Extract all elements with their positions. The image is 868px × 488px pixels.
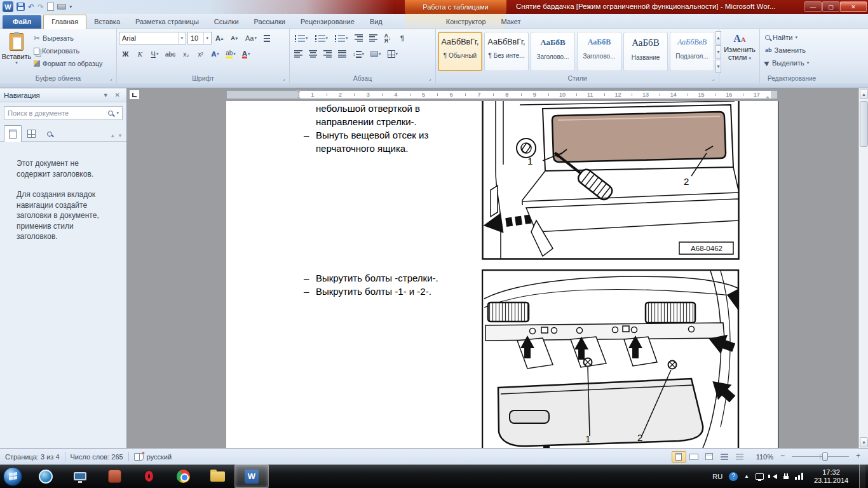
tab-file[interactable]: Файл xyxy=(3,15,41,29)
style-card[interactable]: АаБбВвГг, ¶ Без инте... xyxy=(484,32,529,71)
taskbar-explorer-button[interactable] xyxy=(200,464,234,488)
ribbon-tab[interactable]: Ссылки xyxy=(207,15,247,29)
proofing-icon[interactable] xyxy=(134,453,144,461)
style-card[interactable]: АаБбВ Заголово... xyxy=(577,32,621,71)
show-paragraph-marks-button[interactable]: ¶ xyxy=(396,32,409,45)
network-signal-icon[interactable] xyxy=(795,473,803,480)
line-spacing-button[interactable]: ↕▾ xyxy=(350,48,367,61)
highlight-color-button[interactable]: ab▾ xyxy=(223,48,238,61)
outline-view-button[interactable] xyxy=(717,451,732,463)
increase-indent-button[interactable] xyxy=(367,32,380,45)
scroll-up-button[interactable]: ▲ xyxy=(860,89,868,99)
text-effects-button[interactable]: А▾ xyxy=(208,48,222,61)
show-desktop-button[interactable] xyxy=(859,464,865,488)
navigation-close-button[interactable]: ✕ xyxy=(112,92,123,98)
language-indicator[interactable]: русский xyxy=(147,453,172,461)
zoom-slider[interactable] xyxy=(792,452,849,461)
redo-button[interactable]: ↷ xyxy=(37,1,44,12)
borders-button[interactable]: ▾ xyxy=(385,48,401,61)
style-card[interactable]: АаБбВвВ Подзагол... xyxy=(670,32,714,71)
taskbar-clock[interactable]: 17:32 23.11.2014 xyxy=(810,468,853,485)
language-bar[interactable]: RU xyxy=(712,473,722,480)
word-count[interactable]: Число слов: 265 xyxy=(71,453,123,461)
navigation-options-dropdown[interactable]: ▼ xyxy=(100,92,111,98)
word-app-icon[interactable]: W xyxy=(3,1,13,12)
font-size-combo[interactable]: 10▾ xyxy=(187,32,212,44)
dialog-launcher-icon[interactable]: ⌟ xyxy=(710,75,717,82)
print-layout-view-button[interactable] xyxy=(672,451,686,463)
undo-button[interactable]: ↶ xyxy=(28,1,34,12)
minimize-button[interactable]: — xyxy=(804,1,822,12)
dialog-launcher-icon[interactable]: ⌟ xyxy=(426,75,433,82)
first-line-indent-marker[interactable] xyxy=(296,90,301,93)
right-indent-marker[interactable] xyxy=(765,96,770,99)
nav-tab-headings[interactable] xyxy=(4,125,22,142)
page-indicator[interactable]: Страница: 3 из 4 xyxy=(5,453,60,461)
scrollbar-thumb[interactable] xyxy=(860,101,868,147)
usb-device-icon[interactable] xyxy=(783,473,789,480)
ribbon-tab[interactable]: Главная xyxy=(43,15,86,29)
zoom-slider-thumb[interactable] xyxy=(822,452,828,461)
ribbon-tab-contextual[interactable]: Конструктор xyxy=(438,15,494,29)
align-center-button[interactable] xyxy=(306,48,320,61)
search-input[interactable] xyxy=(8,109,108,117)
clear-formatting-button[interactable] xyxy=(261,32,274,45)
sort-button[interactable]: АЯ↓ xyxy=(381,32,395,45)
show-hidden-icons-button[interactable]: ▲ xyxy=(744,473,749,479)
scroll-down-button[interactable]: ▼ xyxy=(860,437,868,447)
subscript-button[interactable]: х₂ xyxy=(179,48,193,61)
align-left-button[interactable] xyxy=(292,48,305,61)
volume-icon[interactable] xyxy=(770,474,777,479)
taskbar-hp-button[interactable] xyxy=(29,464,63,488)
ribbon-tab[interactable]: Вид xyxy=(362,15,390,29)
hanging-indent-marker[interactable] xyxy=(296,96,301,99)
dialog-launcher-icon[interactable]: ⌟ xyxy=(280,75,287,82)
find-button[interactable]: Найти▾ xyxy=(762,31,822,44)
nav-tab-pages[interactable] xyxy=(22,126,40,141)
bullet-list-button[interactable]: ▾ xyxy=(292,32,311,45)
vertical-scrollbar[interactable]: ▲ ▼ xyxy=(858,88,868,448)
search-icon[interactable] xyxy=(108,111,113,116)
paste-button[interactable]: Вставить ▾ xyxy=(2,31,31,72)
maximize-button[interactable]: ▢ xyxy=(822,1,839,12)
tab-stop-selector[interactable] xyxy=(129,90,140,100)
zoom-out-button[interactable]: − xyxy=(778,452,787,461)
select-button[interactable]: Выделить▾ xyxy=(762,57,822,69)
justify-button[interactable] xyxy=(336,48,349,61)
web-layout-view-button[interactable] xyxy=(702,451,717,463)
save-button[interactable] xyxy=(17,1,25,12)
dialog-launcher-icon[interactable]: ⌟ xyxy=(107,75,114,82)
zoom-in-button[interactable]: + xyxy=(853,452,863,461)
numbered-list-button[interactable]: ▾ xyxy=(312,32,331,45)
change-styles-button[interactable]: АА Изменить стили ▾ xyxy=(721,31,758,72)
italic-button[interactable]: К xyxy=(133,48,147,61)
font-color-button[interactable]: А▾ xyxy=(240,48,253,61)
taskbar-display-app-button[interactable] xyxy=(63,464,97,488)
style-card[interactable]: АаБбВ Название xyxy=(623,32,668,71)
zoom-level[interactable]: 110% xyxy=(756,453,773,461)
strikethrough-button[interactable]: abc xyxy=(163,48,178,61)
grow-font-button[interactable]: А▲ xyxy=(213,32,227,45)
action-center-icon[interactable]: ? xyxy=(729,472,738,481)
font-family-combo[interactable]: Arial▾ xyxy=(119,32,186,44)
previous-heading-button[interactable]: ▲ xyxy=(110,133,115,139)
open-recent-button[interactable] xyxy=(47,1,54,12)
shrink-font-button[interactable]: А▼ xyxy=(228,32,241,45)
ribbon-tab[interactable]: Вставка xyxy=(86,15,128,29)
superscript-button[interactable]: х² xyxy=(194,48,207,61)
quick-print-button[interactable] xyxy=(57,1,66,12)
document-page[interactable]: небольшой отверткой в направлении стрелк… xyxy=(226,101,778,448)
search-options-dropdown[interactable]: ▾ xyxy=(116,111,119,116)
start-button[interactable] xyxy=(3,467,22,486)
align-right-button[interactable] xyxy=(321,48,334,61)
style-card[interactable]: АаБбВвГг, ¶ Обычный xyxy=(438,32,482,71)
multilevel-list-button[interactable]: ▾ xyxy=(332,32,351,45)
decrease-indent-button[interactable] xyxy=(352,32,365,45)
next-heading-button[interactable]: ▼ xyxy=(118,133,123,139)
qat-customize-dropdown[interactable]: ▾ xyxy=(69,4,72,10)
change-case-button[interactable]: Аа▾ xyxy=(243,32,259,45)
ribbon-tab[interactable]: Рассылки xyxy=(247,15,293,29)
display-tray-icon[interactable] xyxy=(756,473,764,480)
underline-button[interactable]: Ч▾ xyxy=(148,48,161,61)
bold-button[interactable]: Ж xyxy=(119,48,132,61)
